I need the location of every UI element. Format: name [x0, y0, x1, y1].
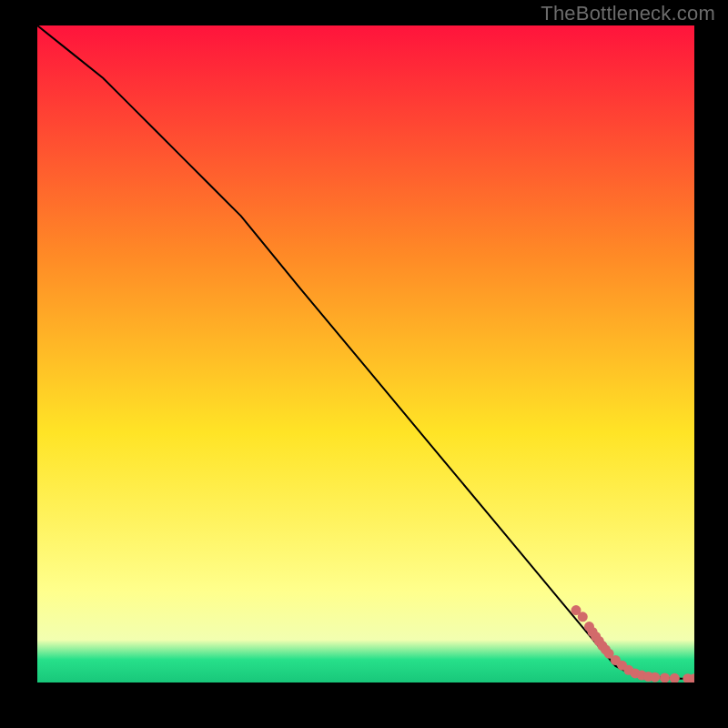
- curve-line: [37, 25, 694, 679]
- data-marker: [660, 672, 670, 682]
- plot-frame: [37, 25, 694, 682]
- data-markers: [571, 605, 695, 682]
- plot-area: [37, 25, 694, 682]
- data-marker: [670, 673, 680, 682]
- watermark-text: TheBottleneck.com: [541, 2, 715, 25]
- data-marker: [650, 672, 660, 682]
- data-marker: [578, 612, 588, 622]
- chart-container: TheBottleneck.com: [0, 0, 728, 728]
- plot-foreground: [37, 25, 694, 682]
